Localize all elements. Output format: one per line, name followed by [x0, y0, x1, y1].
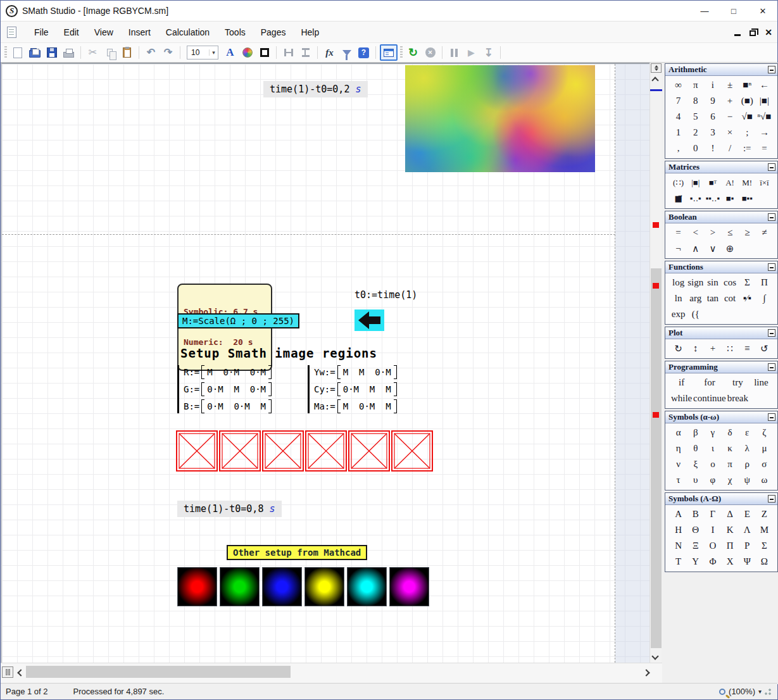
- toolbar-grip[interactable]: [400, 46, 403, 59]
- palette-item[interactable]: continue: [693, 393, 726, 404]
- palette-item[interactable]: 1: [670, 127, 687, 138]
- palette-item[interactable]: σ: [756, 459, 773, 470]
- broken-image-placeholder[interactable]: [348, 430, 390, 472]
- palette-item[interactable]: i: [704, 80, 721, 91]
- palette-item[interactable]: 3: [704, 127, 721, 138]
- color-gradient-image[interactable]: [304, 567, 344, 606]
- palette-item[interactable]: ×: [721, 127, 738, 138]
- palette-item[interactable]: √■: [739, 111, 756, 122]
- palette-item[interactable]: χ: [721, 475, 738, 485]
- palette-item[interactable]: >: [704, 227, 721, 238]
- palette-item[interactable]: Β: [687, 509, 704, 520]
- palette-item[interactable]: sign: [687, 277, 704, 288]
- palette-item[interactable]: +: [704, 343, 721, 354]
- palette-item[interactable]: ,: [670, 143, 687, 154]
- palette-item[interactable]: ■ⁿ: [739, 80, 756, 91]
- palette-item[interactable]: τ: [670, 475, 687, 485]
- palette-item[interactable]: ο: [704, 459, 721, 470]
- broken-image-placeholder[interactable]: [391, 430, 433, 472]
- palette-item[interactable]: →: [756, 127, 773, 138]
- palette-item[interactable]: Δ: [721, 509, 738, 520]
- palette-item[interactable]: κ: [721, 443, 738, 454]
- palette-item[interactable]: ∧: [687, 243, 704, 254]
- collapse-icon[interactable]: [768, 66, 775, 73]
- broken-image-placeholder[interactable]: [305, 430, 347, 472]
- color-gradient-image[interactable]: [220, 567, 260, 606]
- palette-item[interactable]: ({: [687, 309, 704, 320]
- matrix-definition-row[interactable]: Yw:=M M 0·M: [314, 365, 397, 379]
- matrix-definition-row[interactable]: Ma:=M 0·M M: [314, 399, 397, 413]
- scroll-right-arrow[interactable]: [643, 669, 649, 676]
- child-close-icon[interactable]: ✕: [765, 27, 772, 37]
- timing-expression-bottom[interactable]: time(1)-t0=0,8 s: [177, 501, 282, 517]
- horizontal-scrollbar[interactable]: [1, 663, 662, 683]
- menu-item[interactable]: Pages: [253, 23, 294, 41]
- font-size-combo[interactable]: 10 ▾: [187, 46, 218, 59]
- scroll-up-arrow[interactable]: [651, 77, 658, 84]
- copy-button[interactable]: [102, 45, 118, 60]
- horizontal-spacing-button[interactable]: [280, 45, 296, 60]
- color-gradient-image[interactable]: [262, 567, 302, 606]
- palette-item[interactable]: (■): [739, 96, 756, 106]
- font-color-button[interactable]: A: [222, 45, 238, 60]
- palette-item[interactable]: (∷): [670, 178, 687, 188]
- palette-item[interactable]: for: [693, 377, 726, 388]
- timing-expression-top[interactable]: time(1)-t0=0,2 s: [263, 81, 368, 97]
- menu-item[interactable]: Help: [293, 23, 327, 41]
- palette-item[interactable]: 6: [704, 111, 721, 122]
- palette-item[interactable]: <: [687, 227, 704, 238]
- print-button[interactable]: [61, 45, 77, 60]
- palette-item[interactable]: sin: [704, 277, 721, 288]
- palette-item[interactable]: ε: [739, 427, 756, 438]
- palette-item[interactable]: ζ: [756, 427, 773, 438]
- filter-button[interactable]: [339, 45, 354, 60]
- mathcad-note-box[interactable]: Other setup from Mathcad: [227, 545, 367, 560]
- palette-item[interactable]: ■ᵀ: [704, 178, 721, 188]
- palette-item[interactable]: !: [704, 143, 721, 154]
- palette-item[interactable]: α: [670, 427, 687, 438]
- color-gradient-image[interactable]: [177, 567, 217, 606]
- split-view-button[interactable]: [651, 63, 662, 73]
- palette-item[interactable]: while: [670, 393, 693, 404]
- close-button[interactable]: ✕: [748, 1, 777, 21]
- step-button[interactable]: ↧: [480, 45, 496, 60]
- palette-item[interactable]: ν: [670, 459, 687, 470]
- palette-item[interactable]: δ: [721, 427, 738, 438]
- paste-button[interactable]: [119, 45, 135, 60]
- palette-item[interactable]: A!: [721, 178, 738, 188]
- palette-item[interactable]: 8: [687, 96, 704, 106]
- panel-header[interactable]: Symbols (α-ω): [665, 411, 777, 423]
- palette-item[interactable]: Θ: [687, 525, 704, 535]
- palette-item[interactable]: Υ: [687, 556, 704, 567]
- palette-item[interactable]: 2: [687, 127, 704, 138]
- t0-assignment[interactable]: t0:=time(1): [354, 289, 417, 301]
- palette-item[interactable]: ≥: [739, 227, 756, 238]
- pause-button[interactable]: [446, 45, 462, 60]
- menu-item[interactable]: View: [87, 23, 121, 41]
- panel-header[interactable]: Functions: [665, 261, 777, 273]
- rgb-noise-image[interactable]: [405, 65, 595, 172]
- palette-item[interactable]: :=: [739, 143, 756, 154]
- worksheet-canvas[interactable]: time(1)-t0=0,2 s Symbolic: 6.7 s Numeric…: [1, 63, 649, 663]
- broken-image-placeholder[interactable]: [262, 430, 304, 472]
- zoom-level[interactable]: (100%): [729, 687, 755, 696]
- run-button[interactable]: ▶: [463, 45, 479, 60]
- palette-item[interactable]: ln: [670, 293, 687, 304]
- palette-item[interactable]: tan: [704, 293, 721, 304]
- cut-button[interactable]: ✂: [85, 45, 101, 60]
- palette-item[interactable]: Λ: [739, 525, 756, 535]
- collapse-icon[interactable]: [768, 163, 775, 171]
- palette-item[interactable]: 0: [687, 143, 704, 154]
- palette-item[interactable]: try: [726, 377, 750, 388]
- palette-item[interactable]: Τ: [670, 556, 687, 567]
- scale-expression[interactable]: M:=Scale(Ω ; 0 ; 255): [177, 313, 299, 328]
- palette-item[interactable]: Μ: [756, 525, 773, 535]
- palette-item[interactable]: 4: [670, 111, 687, 122]
- palette-item[interactable]: ≤: [721, 227, 738, 238]
- panel-header[interactable]: Boolean: [665, 211, 777, 223]
- palette-item[interactable]: ↻: [670, 343, 687, 354]
- palette-item[interactable]: Ι: [704, 525, 721, 535]
- palette-item[interactable]: θ: [687, 443, 704, 454]
- collapse-icon[interactable]: [768, 213, 775, 221]
- palette-item[interactable]: Ο: [704, 541, 721, 551]
